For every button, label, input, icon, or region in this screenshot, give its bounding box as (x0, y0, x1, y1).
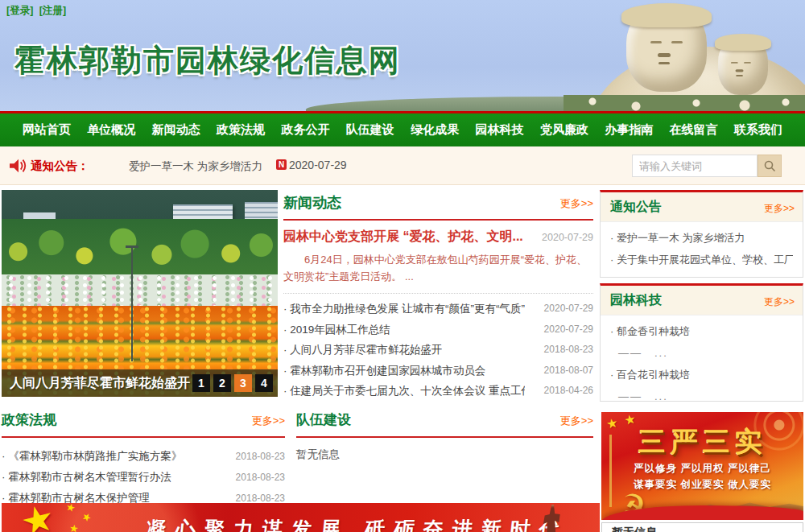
below-banner-empty-text: 暂无信息 (612, 526, 657, 532)
news-section-title: 新闻动态 (283, 195, 341, 211)
news-item-date: 2020-07-29 (544, 320, 593, 340)
news-item-date: 2018-08-07 (544, 361, 593, 381)
nav-item-tech[interactable]: 园林科技 (476, 122, 524, 138)
team-section: 队伍建设 更多>> 暂无信息 (296, 410, 593, 462)
notice-item-link[interactable]: 关于集中开展花园式单位、学校、工厂... (610, 249, 793, 270)
nav-item-about[interactable]: 单位概况 (87, 122, 135, 138)
speaker-icon (10, 158, 27, 174)
banner-title: 三严三实 (601, 423, 803, 460)
login-link[interactable]: [登录] (6, 5, 33, 16)
nav-item-guide[interactable]: 办事指南 (605, 122, 653, 138)
notices-box-title: 通知公告 (610, 199, 662, 216)
team-empty-text: 暂无信息 (296, 447, 593, 462)
statue-face (731, 62, 738, 64)
statue-head-small (718, 35, 768, 95)
news-item-date: 2020-07-29 (544, 299, 593, 320)
team-divider (296, 436, 593, 438)
news-section: 新闻动态 更多>> 园林中心党支部开展 “爱花、护花、文明... 2020-07… (283, 193, 593, 402)
banner-line1: 严以修身 严以用权 严以律己 (601, 462, 803, 476)
slider-page-1[interactable]: 1 (192, 374, 210, 392)
news-more-link[interactable]: 更多>> (560, 196, 593, 211)
search-input[interactable] (632, 155, 758, 177)
big-star-icon: ★ (16, 503, 59, 532)
site-title: 霍林郭勒市园林绿化信息网 (14, 40, 401, 81)
dotted-divider (283, 293, 593, 294)
nav-item-party[interactable]: 党风廉政 (540, 122, 588, 138)
nav-item-team[interactable]: 队伍建设 (346, 122, 394, 138)
news-item-link[interactable]: 2019年园林工作总结 (283, 320, 390, 340)
policy-section: 政策法规 更多>> 《霍林郭勒市林荫路推广实施方案》 2018-08-23 霍林… (2, 410, 285, 509)
notices-box-body: 爱护一草一木 为家乡增活力 关于集中开展花园式单位、学校、工厂... (601, 222, 803, 275)
news-item-date: 2018-04-26 (544, 381, 593, 402)
news-list-item: 住建局关于市委七届九次、十次全体会议 重点工作任... 2018-04-26 (283, 381, 593, 402)
news-item-link[interactable]: 人间八月芳菲尽霍市鲜花始盛开 (283, 340, 442, 361)
team-more-link[interactable]: 更多>> (560, 414, 593, 428)
policy-item-link[interactable]: 霍林郭勒市古树名木管理暂行办法 (2, 467, 171, 488)
bottom-propaganda-banner[interactable]: ★ ★ ★ ★ 凝心聚力谋发展 砥砺奋进新时代 (2, 503, 600, 532)
garden-tech-title: 园林科技 (610, 292, 662, 309)
garden-tech-box: 园林科技 更多>> 郁金香引种栽培 —— ... 百合花引种栽培 —— ... (600, 283, 803, 402)
policy-item-link[interactable]: 《霍林郭勒市林荫路推广实施方案》 (2, 446, 182, 467)
tech-item-link[interactable]: 百合花引种栽培 (610, 364, 793, 386)
team-header: 队伍建设 更多>> (296, 410, 593, 436)
search-icon (763, 159, 776, 172)
team-section-title: 队伍建设 (296, 412, 351, 427)
news-divider (283, 219, 593, 221)
news-item-date: 2018-08-23 (544, 340, 593, 361)
new-badge-icon: N (276, 159, 287, 170)
slider-page-4[interactable]: 4 (255, 374, 273, 392)
notices-box-header: 通知公告 更多>> (601, 192, 803, 222)
featured-news-date: 2020-07-29 (542, 232, 593, 243)
search-button[interactable] (758, 155, 782, 177)
nav-item-achievements[interactable]: 绿化成果 (411, 122, 459, 138)
notice-bar: 通知公告： 爱护一草一木 为家乡增活力 N 2020-07-29 (0, 146, 805, 185)
slider-caption[interactable]: 人间八月芳菲尽霍市鲜花始盛开 (10, 375, 192, 392)
main-nav: 网站首页 单位概况 新闻动态 政策法规 政务公开 队伍建设 绿化成果 园林科技 … (0, 113, 805, 146)
policy-divider (2, 436, 285, 438)
slider-page-2[interactable]: 2 (213, 374, 231, 392)
notices-more-link[interactable]: 更多>> (764, 202, 795, 216)
nav-item-message[interactable]: 在线留言 (670, 122, 718, 138)
policy-section-title: 政策法规 (2, 412, 56, 427)
slider-caption-bar: 人间八月芳菲尽霍市鲜花始盛开 1 2 3 4 (2, 369, 278, 397)
banner-calligraphy-text: 凝心聚力谋发展 砥砺奋进新时代 (145, 516, 566, 532)
policy-item-date: 2018-08-23 (236, 446, 285, 467)
garden-tech-more-link[interactable]: 更多>> (764, 295, 795, 309)
featured-news-title[interactable]: 园林中心党支部开展 “爱花、护花、文明... (283, 229, 523, 245)
featured-news-row: 园林中心党支部开展 “爱花、护花、文明... 2020-07-29 (283, 229, 593, 248)
news-list-item: 2019年园林工作总结 2020-07-29 (283, 320, 593, 340)
nav-item-policy[interactable]: 政策法规 (217, 122, 265, 138)
news-list-item: 霍林郭勒市召开创建国家园林城市动员会 2018-08-07 (283, 361, 593, 381)
nav-item-news[interactable]: 新闻动态 (152, 122, 200, 138)
notice-item-link[interactable]: 爱护一草一木 为家乡增活力 (610, 227, 793, 249)
news-item-link[interactable]: 住建局关于市委七届九次、十次全体会议 重点工作任... (283, 381, 525, 402)
news-list-item: 人间八月芳菲尽霍市鲜花始盛开 2018-08-23 (283, 340, 593, 361)
notice-label: 通知公告： (31, 159, 89, 174)
small-star-icon: ★ (64, 503, 76, 514)
policy-list: 《霍林郭勒市林荫路推广实施方案》 2018-08-23 霍林郭勒市古树名木管理暂… (2, 446, 285, 509)
notice-ticker-link[interactable]: 爱护一草一木 为家乡增活力 (129, 159, 262, 174)
news-item-link[interactable]: 霍林郭勒市召开创建国家园林城市动员会 (283, 361, 485, 381)
policy-more-link[interactable]: 更多>> (252, 414, 285, 428)
slider-page-3-active[interactable]: 3 (234, 374, 252, 392)
tech-item-sub: —— ... (610, 386, 793, 407)
tech-item-link[interactable]: 郁金香引种栽培 (610, 320, 793, 342)
policy-header: 政策法规 更多>> (2, 410, 285, 436)
nav-item-home[interactable]: 网站首页 (23, 122, 71, 138)
notices-box: 通知公告 更多>> 爱护一草一木 为家乡增活力 关于集中开展花园式单位、学校、工… (600, 190, 803, 278)
site-header: [登录] [注册] 霍林郭勒市园林绿化信息网 (0, 0, 805, 111)
nav-item-gov-info[interactable]: 政务公开 (281, 122, 329, 138)
photo-slider[interactable]: 人间八月芳菲尽霍市鲜花始盛开 1 2 3 4 (2, 190, 278, 397)
statue-base-tents (564, 95, 805, 111)
news-list-item: 我市全力助推绿色发展 让城市有“颜值”更有“气质” 2020-07-29 (283, 299, 593, 320)
small-star-icon: ★ (80, 509, 94, 525)
featured-news-summary[interactable]: 6月24日，园林中心党支部在敖包山芍药园开展“爱花、护花、文明赏花”主题党日活动… (283, 251, 593, 287)
nav-item-contact[interactable]: 联系我们 (734, 122, 782, 138)
account-links: [登录] [注册] (6, 4, 69, 18)
sanyan-sanshi-banner[interactable]: ★ ★ 三严三实 严以修身 严以用权 严以律己 谋事要实 创业要实 做人要实 ☭ (601, 412, 803, 520)
tech-item-sub: —— ... (610, 342, 793, 364)
notice-date: 2020-07-29 (289, 159, 347, 171)
news-item-link[interactable]: 我市全力助推绿色发展 让城市有“颜值”更有“气质” (283, 299, 525, 320)
register-link[interactable]: [注册] (39, 5, 66, 16)
policy-item-date: 2018-08-23 (236, 467, 285, 488)
